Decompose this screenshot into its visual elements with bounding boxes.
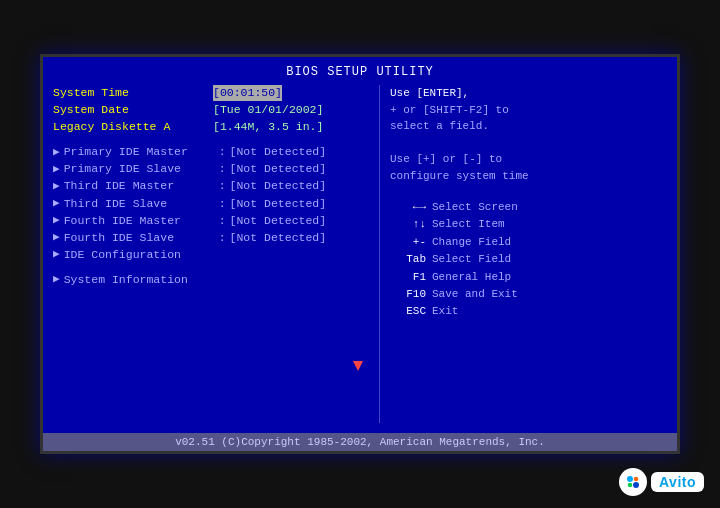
diskette-value: [1.44M, 3.5 in.] <box>213 119 323 135</box>
outer-container: BIOS SETUP UTILITY System Time [00:01:50… <box>0 0 720 508</box>
primary-ide-slave-value: [Not Detected] <box>230 161 327 177</box>
key-row-5: F10 Save and Exit <box>390 287 667 302</box>
key-name-4: F1 <box>390 270 426 285</box>
help-text: Use [ENTER], + or [SHIFT-F2] to select a… <box>390 85 667 184</box>
colon-5: : <box>219 213 226 229</box>
mouse-cursor <box>353 361 363 371</box>
key-desc-5: Save and Exit <box>432 287 518 302</box>
arrow-icon-6: ▶ <box>53 230 60 245</box>
key-row-2: +- Change Field <box>390 235 667 250</box>
footer-text: v02.51 (C)Copyright 1985-2002, American … <box>175 436 545 448</box>
system-time-value: [00:01:50] <box>213 85 282 101</box>
bios-left-panel: System Time [00:01:50] System Date [Tue … <box>53 85 373 423</box>
fourth-ide-master-row[interactable]: ▶ Fourth IDE Master : [Not Detected] <box>53 213 365 229</box>
system-date-row[interactable]: System Date [Tue 01/01/2002] <box>53 102 365 118</box>
key-desc-6: Exit <box>432 304 458 319</box>
ide-config-row[interactable]: ▶ IDE Configuration <box>53 247 365 263</box>
third-ide-slave-label: Third IDE Slave <box>64 196 219 212</box>
bios-title: BIOS SETUP UTILITY <box>53 65 667 79</box>
primary-ide-slave-row[interactable]: ▶ Primary IDE Slave : [Not Detected] <box>53 161 365 177</box>
help-line6: configure system time <box>390 168 667 185</box>
key-name-2: +- <box>390 235 426 250</box>
system-time-row[interactable]: System Time [00:01:50] <box>53 85 365 101</box>
fourth-ide-master-value: [Not Detected] <box>230 213 327 229</box>
key-desc-1: Select Item <box>432 217 505 232</box>
key-desc-4: General Help <box>432 270 511 285</box>
fourth-ide-slave-label: Fourth IDE Slave <box>64 230 219 246</box>
key-desc-3: Select Field <box>432 252 511 267</box>
diskette-row[interactable]: Legacy Diskette A [1.44M, 3.5 in.] <box>53 119 365 135</box>
arrow-icon-7: ▶ <box>53 247 60 262</box>
help-line1: Use [ENTER], <box>390 85 667 102</box>
fourth-ide-master-label: Fourth IDE Master <box>64 213 219 229</box>
primary-ide-master-value: [Not Detected] <box>230 144 327 160</box>
bios-inner: BIOS SETUP UTILITY System Time [00:01:50… <box>43 57 677 451</box>
fourth-ide-slave-row[interactable]: ▶ Fourth IDE Slave : [Not Detected] <box>53 230 365 246</box>
key-name-0: ←→ <box>390 200 426 215</box>
arrow-icon-2: ▶ <box>53 162 60 177</box>
bios-right-panel: Use [ENTER], + or [SHIFT-F2] to select a… <box>386 85 667 423</box>
diskette-label: Legacy Diskette A <box>53 119 213 135</box>
avito-label: Avito <box>651 472 704 492</box>
key-name-6: ESC <box>390 304 426 319</box>
key-row-0: ←→ Select Screen <box>390 200 667 215</box>
help-line5: Use [+] or [-] to <box>390 151 667 168</box>
bios-footer: v02.51 (C)Copyright 1985-2002, American … <box>43 433 677 451</box>
system-info-row[interactable]: ▶ System Information <box>53 272 365 288</box>
system-info-label: System Information <box>64 272 219 288</box>
svg-point-0 <box>627 476 633 482</box>
key-desc-2: Change Field <box>432 235 511 250</box>
fourth-ide-slave-value: [Not Detected] <box>230 230 327 246</box>
key-desc-0: Select Screen <box>432 200 518 215</box>
system-date-value: [Tue 01/01/2002] <box>213 102 323 118</box>
system-date-label: System Date <box>53 102 213 118</box>
key-row-1: ↑↓ Select Item <box>390 217 667 232</box>
svg-point-1 <box>634 477 639 482</box>
help-line3: select a field. <box>390 118 667 135</box>
arrow-icon-4: ▶ <box>53 196 60 211</box>
keys-section: ←→ Select Screen ↑↓ Select Item +- Chang… <box>390 200 667 320</box>
key-row-4: F1 General Help <box>390 270 667 285</box>
colon-6: : <box>219 230 226 246</box>
key-name-1: ↑↓ <box>390 217 426 232</box>
key-row-3: Tab Select Field <box>390 252 667 267</box>
third-ide-slave-value: [Not Detected] <box>230 196 327 212</box>
third-ide-slave-row[interactable]: ▶ Third IDE Slave : [Not Detected] <box>53 196 365 212</box>
system-time-label: System Time <box>53 85 213 101</box>
arrow-icon-5: ▶ <box>53 213 60 228</box>
key-name-3: Tab <box>390 252 426 267</box>
third-ide-master-row[interactable]: ▶ Third IDE Master : [Not Detected] <box>53 178 365 194</box>
colon-1: : <box>219 144 226 160</box>
arrow-icon-1: ▶ <box>53 145 60 160</box>
colon-2: : <box>219 161 226 177</box>
svg-point-3 <box>633 482 639 488</box>
svg-point-2 <box>628 483 633 488</box>
key-row-6: ESC Exit <box>390 304 667 319</box>
ide-config-label: IDE Configuration <box>64 247 219 263</box>
primary-ide-master-row[interactable]: ▶ Primary IDE Master : [Not Detected] <box>53 144 365 160</box>
arrow-icon-8: ▶ <box>53 272 60 287</box>
bios-screen: BIOS SETUP UTILITY System Time [00:01:50… <box>40 54 680 454</box>
arrow-icon-3: ▶ <box>53 179 60 194</box>
bios-layout: System Time [00:01:50] System Date [Tue … <box>53 85 667 423</box>
key-name-5: F10 <box>390 287 426 302</box>
avito-watermark: Avito <box>619 468 704 496</box>
primary-ide-master-label: Primary IDE Master <box>64 144 219 160</box>
help-line2: + or [SHIFT-F2] to <box>390 102 667 119</box>
colon-4: : <box>219 196 226 212</box>
colon-3: : <box>219 178 226 194</box>
third-ide-master-value: [Not Detected] <box>230 178 327 194</box>
primary-ide-slave-label: Primary IDE Slave <box>64 161 219 177</box>
third-ide-master-label: Third IDE Master <box>64 178 219 194</box>
panel-divider <box>379 85 380 423</box>
avito-icon <box>619 468 647 496</box>
